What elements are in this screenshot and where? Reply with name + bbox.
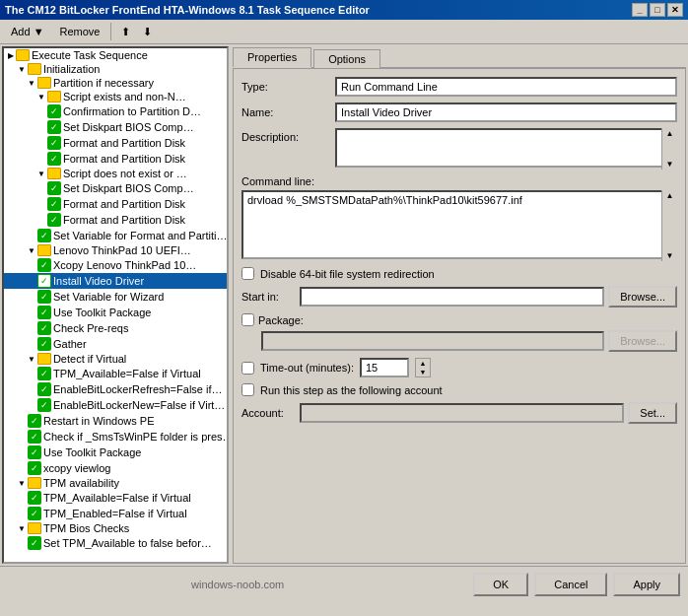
label: Use Toolkit Package xyxy=(53,307,151,318)
scroll-up-icon[interactable]: ▲ xyxy=(666,129,674,138)
scroll-down-icon[interactable]: ▼ xyxy=(666,160,674,169)
browse-button-2[interactable]: Browse... xyxy=(608,330,677,352)
label: EnableBitLockerNew=False if Virt… xyxy=(53,399,225,411)
spinner-up-button[interactable]: ▲ xyxy=(416,359,430,368)
label: Format and Partition Disk xyxy=(63,198,185,210)
command-line-section: Command line: xyxy=(241,175,677,187)
start-in-input[interactable] xyxy=(300,287,604,307)
label: Set Diskpart BIOS Comp… xyxy=(63,121,194,133)
tree-item-restart[interactable]: ✓ Restart in Windows PE xyxy=(4,413,227,429)
tree-item-toolkit2[interactable]: ✓ Use Toolkit Package xyxy=(4,445,227,460)
tree-item-tpm-false[interactable]: ✓ TPM_Available=False if Virtual xyxy=(4,490,227,506)
expand-icon[interactable]: ▼ xyxy=(18,65,26,74)
expand-icon[interactable]: ▼ xyxy=(18,479,26,488)
expand-icon[interactable]: ▼ xyxy=(28,246,35,255)
label: Format and Partition Disk xyxy=(63,214,185,226)
tree-root[interactable]: ▶ Execute Task Sequence xyxy=(4,48,227,62)
expand-icon[interactable]: ▼ xyxy=(28,79,35,88)
tree-item-enable-refresh[interactable]: ✓ EnableBitLockerRefresh=False if… xyxy=(4,381,227,397)
minimize-button[interactable]: _ xyxy=(632,3,648,17)
browse-button-1[interactable]: Browse... xyxy=(608,286,677,308)
apply-button[interactable]: Apply xyxy=(613,573,680,596)
tree-item-set-tpm[interactable]: ✓ Set TPM_Available to false befor… xyxy=(4,535,227,551)
tree-panel[interactable]: ▶ Execute Task Sequence ▼ Initialization… xyxy=(2,46,229,564)
tree-item-check-folder[interactable]: ✓ Check if _SmsTsWinPE folder is pres… xyxy=(4,429,227,445)
description-input[interactable] xyxy=(335,128,677,168)
remove-button[interactable]: Remove xyxy=(53,24,107,39)
timeout-row: Time-out (minutes): ▲ ▼ xyxy=(241,358,677,377)
command-line-input[interactable] xyxy=(241,190,677,259)
expand-icon[interactable]: ▶ xyxy=(8,51,14,60)
start-in-row: Start in: Browse... xyxy=(241,286,677,308)
label: Check Pre-reqs xyxy=(53,322,128,334)
tree-item-xcopy[interactable]: ✓ Xcopy Lenovo ThinkPad 10… xyxy=(4,257,227,273)
tree-item-format3[interactable]: ✓ Format and Partition Disk xyxy=(4,196,227,212)
tree-item-enable-new[interactable]: ✓ EnableBitLockerNew=False if Virt… xyxy=(4,397,227,413)
tab-options[interactable]: Options xyxy=(313,49,380,68)
timeout-input[interactable] xyxy=(360,358,409,377)
watermark: windows-noob.com xyxy=(8,579,467,590)
tree-item-init[interactable]: ▼ Initialization xyxy=(4,62,227,76)
add-button[interactable]: Add ▼ xyxy=(4,24,51,39)
tree-item-tpm-avail2[interactable]: ▼ TPM availability xyxy=(4,476,227,490)
type-input[interactable] xyxy=(335,77,677,97)
type-row: Type: xyxy=(241,77,677,97)
expand-icon[interactable]: ▼ xyxy=(18,524,26,533)
tree-item-format2[interactable]: ✓ Format and Partition Disk xyxy=(4,151,227,167)
tree-item-detect[interactable]: ▼ Detect if Virtual xyxy=(4,352,227,366)
check-icon: ✓ xyxy=(37,274,51,288)
label: Check if _SmsTsWinPE folder is pres… xyxy=(43,431,229,443)
timeout-checkbox[interactable] xyxy=(241,362,254,375)
title-bar-buttons: _ □ ✕ xyxy=(632,3,683,17)
tree-item-partition[interactable]: ▼ Partition if necessary xyxy=(4,76,227,90)
check-icon: ✓ xyxy=(47,120,61,134)
close-button[interactable]: ✕ xyxy=(667,3,683,17)
ok-button[interactable]: OK xyxy=(473,573,528,596)
description-label: Description: xyxy=(241,131,335,143)
disable-redirect-label: Disable 64-bit file system redirection xyxy=(260,268,435,280)
check-icon: ✓ xyxy=(28,445,41,459)
disable-redirect-checkbox[interactable] xyxy=(241,267,254,280)
check-icon: ✓ xyxy=(37,337,51,351)
toolbar-icon-1[interactable]: ⬆ xyxy=(115,22,135,41)
expand-icon[interactable]: ▼ xyxy=(28,355,35,364)
cancel-button[interactable]: Cancel xyxy=(534,573,607,596)
toolbar-icon-2[interactable]: ⬇ xyxy=(137,22,157,41)
label: Restart in Windows PE xyxy=(43,415,154,427)
tree-item-setvar2[interactable]: ✓ Set Variable for Wizard xyxy=(4,289,227,305)
tree-item-format4[interactable]: ✓ Format and Partition Disk xyxy=(4,212,227,228)
run-as-checkbox[interactable] xyxy=(241,383,254,396)
tree-item-xcopy2[interactable]: ✓ xcopy viewlog xyxy=(4,460,227,476)
main-container: ▶ Execute Task Sequence ▼ Initialization… xyxy=(0,44,688,566)
tab-properties[interactable]: Properties xyxy=(233,47,311,68)
cmd-scroll-down-icon[interactable]: ▼ xyxy=(666,251,674,260)
spinner-down-button[interactable]: ▼ xyxy=(416,368,430,376)
tree-item-prereqs[interactable]: ✓ Check Pre-reqs xyxy=(4,320,227,336)
tree-item-toolkit[interactable]: ✓ Use Toolkit Package xyxy=(4,305,227,320)
label: Initialization xyxy=(43,63,100,75)
expand-icon[interactable]: ▼ xyxy=(37,170,45,178)
tree-item-format1[interactable]: ✓ Format and Partition Disk xyxy=(4,135,227,151)
tree-item-install-video[interactable]: ✓ Install Video Driver xyxy=(4,273,227,289)
set-button[interactable]: Set... xyxy=(628,402,677,424)
tree-item-gather[interactable]: ✓ Gather xyxy=(4,336,227,352)
tree-item-setdisk1[interactable]: ✓ Set Diskpart BIOS Comp… xyxy=(4,119,227,135)
tree-item-setdisk2[interactable]: ✓ Set Diskpart BIOS Comp… xyxy=(4,180,227,196)
tree-item-confirm[interactable]: ✓ Confirmation to Partition D… xyxy=(4,103,227,119)
label: Partition if necessary xyxy=(53,77,154,89)
maximize-button[interactable]: □ xyxy=(650,3,665,17)
name-input[interactable] xyxy=(335,103,677,122)
cmd-scroll-up-icon[interactable]: ▲ xyxy=(666,191,674,200)
tree-item-setvar1[interactable]: ✓ Set Variable for Format and Partiti… xyxy=(4,228,227,243)
account-input[interactable] xyxy=(300,403,624,423)
folder-icon xyxy=(28,63,41,75)
tree-item-tpm-bios[interactable]: ▼ TPM Bios Checks xyxy=(4,521,227,535)
tree-item-lenovo[interactable]: ▼ Lenovo ThinkPad 10 UEFI… xyxy=(4,243,227,257)
package-checkbox[interactable] xyxy=(241,313,254,326)
expand-icon[interactable]: ▼ xyxy=(37,93,45,102)
package-input[interactable] xyxy=(261,331,604,351)
tree-item-script-exists[interactable]: ▼ Script exists and non-N… xyxy=(4,90,227,103)
tree-item-tpm-enabled[interactable]: ✓ TPM_Enabled=False if Virtual xyxy=(4,506,227,521)
tree-item-tpm-avail[interactable]: ✓ TPM_Available=False if Virtual xyxy=(4,366,227,381)
tree-item-script-notexist[interactable]: ▼ Script does not exist or … xyxy=(4,167,227,180)
